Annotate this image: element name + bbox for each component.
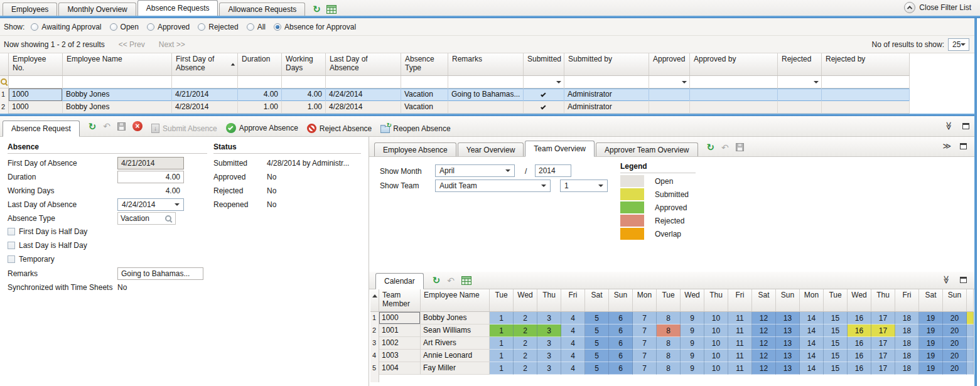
filter-cell-last-day-of-absence[interactable]	[326, 76, 401, 88]
tab-monthly-overview[interactable]: Monthly Overview	[58, 3, 136, 16]
refresh-icon[interactable]: ↻	[433, 276, 441, 285]
legend-item-open: Open	[620, 175, 689, 187]
field-remarks[interactable]: Going to Bahamas...	[117, 267, 203, 280]
column-header-working-days[interactable]: Working Days	[282, 53, 326, 75]
calendar-row[interactable]: 41003Annie Leonard1234567891011121314151…	[370, 350, 974, 362]
refresh-icon[interactable]: ↻	[707, 142, 715, 152]
undo-icon[interactable]: ↶	[721, 143, 729, 152]
column-header-last-day-of-absence[interactable]: Last Day of Absence	[326, 53, 401, 75]
column-header-submitted[interactable]: Submitted	[524, 53, 564, 75]
filter-cell-working-days[interactable]	[282, 76, 326, 88]
reject-absence-button[interactable]: Reject Absence	[307, 124, 372, 133]
column-header-first-day-of-absence[interactable]: First Day of Absence	[172, 53, 238, 75]
field-first-day-of-absence[interactable]: 4/21/2014	[117, 157, 184, 169]
column-header-rejected[interactable]: Rejected	[778, 53, 822, 75]
column-header-remarks[interactable]: Remarks	[448, 53, 524, 75]
maximize-panel-icon[interactable]	[960, 277, 967, 283]
team-number-select[interactable]: 1	[560, 180, 608, 192]
filter-cell-duration[interactable]	[238, 76, 282, 88]
undo-icon[interactable]: ↶	[447, 276, 455, 285]
checkbox-last-day-is-half-day[interactable]: Last Day is Half Day	[8, 241, 87, 250]
column-header-approved-by[interactable]: Approved by	[690, 53, 778, 75]
tab-employee-absence[interactable]: Employee Absence	[374, 142, 456, 156]
column-header-rejected-by[interactable]: Rejected by	[822, 53, 910, 75]
maximize-panel-icon[interactable]	[962, 123, 969, 129]
tab-approver-team-overview[interactable]: Approver Team Overview	[596, 142, 698, 156]
undo-icon[interactable]: ↶	[103, 122, 110, 131]
tab-absence-request[interactable]: Absence Request	[3, 121, 80, 137]
radio-option-absence-for-approval[interactable]: Absence for Approval	[274, 23, 356, 31]
column-header-team-member[interactable]: Team Member	[379, 289, 421, 311]
reopen-absence-button[interactable]: Reopen Absence	[380, 124, 450, 133]
refresh-icon[interactable]: ↻	[89, 122, 97, 131]
calendar-row[interactable]: 11000Bobby Jones123456789101112131415161…	[370, 312, 974, 324]
tab-employees[interactable]: Employees	[3, 3, 57, 16]
search-icon	[0, 78, 8, 86]
refresh-icon[interactable]: ↻	[313, 4, 321, 14]
tab-absence-requests[interactable]: Absence Requests	[137, 0, 218, 16]
filter-cell-employee-no[interactable]	[9, 76, 63, 88]
save-icon[interactable]	[736, 143, 744, 151]
submit-absence-button[interactable]: ↓ Submit Absence	[151, 124, 217, 133]
filter-cell-first-day-of-absence[interactable]	[172, 76, 238, 88]
column-header-approved[interactable]: Approved	[649, 53, 690, 75]
expand-panel-icon[interactable]: ≫	[942, 142, 951, 150]
maximize-panel-icon[interactable]	[960, 143, 967, 149]
tab-calendar[interactable]: Calendar	[375, 273, 424, 289]
field-duration[interactable]: 4.00	[117, 171, 184, 183]
calendar-row[interactable]: 31002Art Rivers1234567891011121314151617…	[370, 337, 974, 350]
radio-option-open[interactable]: Open	[110, 23, 139, 31]
day-header-5: Sat	[585, 289, 609, 311]
calendar-row[interactable]: 21001Sean Williams1234567891011121314151…	[370, 324, 974, 337]
tab-year-overview[interactable]: Year Overview	[458, 142, 524, 156]
tab-allowance-requests[interactable]: Allowance Requests	[219, 3, 305, 16]
radio-option-approved[interactable]: Approved	[147, 23, 190, 31]
filter-cell-absence-type[interactable]	[401, 76, 448, 88]
column-header-duration[interactable]: Duration	[238, 53, 282, 75]
radio-option-awaiting-approval[interactable]: Awaiting Approval	[31, 23, 101, 31]
radio-option-rejected[interactable]: Rejected	[198, 23, 238, 31]
close-filter-list-button[interactable]: Close Filter List	[904, 2, 971, 13]
approve-absence-button[interactable]: Approve Absence	[226, 123, 298, 133]
next-page-link[interactable]: Next >>	[159, 40, 185, 49]
collapse-panel-icon[interactable]: ≫	[943, 276, 951, 284]
filter-cell-approved-by[interactable]	[690, 76, 778, 88]
radio-label: Open	[121, 23, 139, 31]
field-last-day-of-absence[interactable]: 4/24/2014	[117, 198, 184, 211]
grid-row[interactable]: 11000Bobby Jones4/21/20144.004.004/24/20…	[0, 88, 910, 101]
absence-requests-grid: Employee No.Employee NameFirst Day of Ab…	[0, 53, 910, 114]
save-icon[interactable]	[117, 122, 126, 131]
field-absence-type[interactable]: Vacation	[117, 212, 176, 225]
collapse-panel-icon[interactable]: ≫	[945, 122, 954, 131]
checkbox-first-day-is-half-day[interactable]: First Day is Half Day	[8, 227, 87, 236]
filter-cell-remarks[interactable]	[448, 76, 524, 88]
page-size-select[interactable]: 25	[948, 38, 969, 51]
delete-icon[interactable]: ×	[132, 121, 143, 131]
grid-row[interactable]: 21000Bobby Jones4/28/20141.001.004/28/20…	[0, 101, 910, 114]
column-header-submitted-by[interactable]: Submitted by	[564, 53, 649, 75]
show-month-select[interactable]: April	[435, 164, 515, 177]
radio-option-all[interactable]: All	[247, 23, 266, 31]
search-row-cell[interactable]	[0, 76, 9, 88]
filter-cell-submitted-by[interactable]	[564, 76, 649, 88]
calendar-row[interactable]: 51004Fay Miller1234567891011121314151617…	[370, 362, 974, 375]
column-header-absence-type[interactable]: Absence Type	[401, 53, 448, 75]
show-team-select[interactable]: Audit Team	[435, 180, 551, 192]
grid-view-icon[interactable]	[461, 276, 471, 285]
prev-page-link[interactable]: << Prev	[119, 40, 145, 49]
year-input[interactable]: 2014	[535, 164, 571, 177]
grid-view-icon[interactable]	[326, 5, 337, 14]
filter-cell-rejected-by[interactable]	[822, 76, 910, 88]
filter-cell-approved[interactable]	[649, 76, 690, 88]
reopen-folder-icon	[380, 126, 390, 133]
column-header-employee-name[interactable]: Employee Name	[63, 53, 172, 75]
checkbox-temporary[interactable]: Temporary	[8, 255, 55, 264]
form-row-last-day-is-half-day: Last Day is Half Day	[8, 240, 362, 252]
column-header-employee-name[interactable]: Employee Name	[421, 289, 490, 311]
filter-cell-rejected[interactable]	[778, 76, 822, 88]
day-cell: 20	[943, 350, 967, 362]
tab-team-overview[interactable]: Team Overview	[525, 141, 595, 157]
filter-cell-submitted[interactable]	[524, 76, 564, 88]
column-header-employee-no[interactable]: Employee No.	[9, 53, 63, 75]
filter-cell-employee-name[interactable]	[63, 76, 172, 88]
